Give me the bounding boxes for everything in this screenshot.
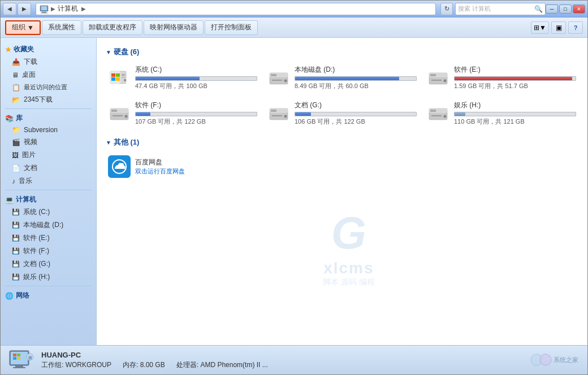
2345-icon: 📂 bbox=[12, 96, 20, 104]
sidebar-item-h[interactable]: 💾 娱乐 (H:) bbox=[1, 271, 96, 284]
sidebar-item-recent[interactable]: 📋 最近访问的位置 bbox=[1, 81, 96, 93]
breadcrumb-end-arrow: ▶ bbox=[81, 6, 86, 12]
sidebar-item-2345[interactable]: 📂 2345下载 bbox=[1, 93, 96, 106]
status-computer-name: HUANG-PC bbox=[41, 351, 268, 359]
baidu-cloud-icon bbox=[111, 159, 127, 175]
sidebar-item-desktop[interactable]: 🖥 桌面 bbox=[1, 68, 96, 81]
uninstall-button[interactable]: 卸载或更改程序 bbox=[83, 20, 142, 35]
svg-rect-22 bbox=[431, 80, 442, 81]
sidebar-item-music[interactable]: ♪ 音乐 bbox=[1, 175, 96, 188]
drive-e-icon bbox=[427, 68, 449, 88]
svg-rect-46 bbox=[13, 357, 16, 360]
system-props-label: 系统属性 bbox=[48, 23, 75, 32]
subversion-icon: 📁 bbox=[12, 126, 20, 134]
brand-svg: 系统之家 bbox=[530, 350, 581, 370]
status-processor: 处理器: AMD Phenom(tm) II ... bbox=[176, 360, 268, 370]
svg-point-36 bbox=[444, 115, 447, 117]
star-icon: ★ bbox=[5, 46, 11, 54]
drive-g-icon bbox=[267, 104, 290, 123]
sidebar-item-g[interactable]: 💾 文档 (G:) bbox=[1, 258, 96, 271]
organize-button[interactable]: 组织 ▼ bbox=[5, 20, 41, 35]
drive-g-info: 文档 (G:) 106 GB 可用，共 122 GB bbox=[295, 101, 417, 126]
help-button[interactable]: ? bbox=[568, 21, 583, 34]
drive-c-info: 系统 (C:) 47.4 GB 可用，共 100 GB bbox=[135, 65, 257, 90]
svg-rect-9 bbox=[116, 77, 120, 81]
drive-f-bar bbox=[136, 112, 150, 116]
subversion-label: Subversion bbox=[24, 126, 58, 134]
toolbar-right: ⊞▼ ▣ ? bbox=[531, 21, 583, 34]
sidebar-item-c[interactable]: 💾 系统 (C:) bbox=[1, 206, 96, 219]
drive-e-size: 1.59 GB 可用，共 51.7 GB bbox=[454, 82, 576, 90]
drive-e[interactable]: 软件 (E:) 1.59 GB 可用，共 51.7 GB bbox=[425, 63, 578, 93]
search-bar[interactable]: 搜索 计算机 🔍 bbox=[455, 3, 546, 15]
back-button[interactable]: ◀ bbox=[3, 3, 16, 15]
svg-point-31 bbox=[284, 115, 287, 117]
drive-d-size: 8.49 GB 可用，共 60.0 GB bbox=[295, 82, 417, 90]
baidu-pan-item[interactable]: 百度网盘 双击运行百度网盘 bbox=[106, 153, 219, 180]
svg-rect-37 bbox=[431, 115, 442, 116]
drive-h-icon bbox=[427, 104, 449, 123]
close-button[interactable]: ✕ bbox=[573, 5, 585, 14]
sidebar-item-pictures[interactable]: 🖼 图片 bbox=[1, 149, 96, 162]
breadcrumb-arrow: ▶ bbox=[51, 6, 55, 12]
svg-rect-15 bbox=[271, 74, 276, 76]
svg-rect-10 bbox=[122, 74, 125, 76]
drive-f[interactable]: 软件 (F:) 107 GB 可用，共 122 GB bbox=[106, 98, 260, 128]
drive-f-icon bbox=[108, 104, 131, 123]
drive-h-name: 娱乐 (H:) bbox=[454, 101, 576, 110]
sidebar-item-subversion[interactable]: 📁 Subversion bbox=[1, 124, 96, 136]
system-props-button[interactable]: 系统属性 bbox=[42, 20, 81, 35]
drive-c-size: 47.4 GB 可用，共 100 GB bbox=[135, 82, 257, 90]
maximize-button[interactable]: □ bbox=[559, 5, 572, 14]
other-title: 其他 (1) bbox=[114, 137, 140, 147]
control-panel-button[interactable]: 打开控制面板 bbox=[205, 20, 258, 35]
sidebar-favorites-title: ★ 收藏夹 bbox=[1, 42, 96, 55]
sidebar-item-d[interactable]: 💾 本地磁盘 (D:) bbox=[1, 219, 96, 232]
drive-h-size: 110 GB 可用，共 121 GB bbox=[454, 117, 576, 126]
svg-rect-27 bbox=[113, 115, 123, 116]
sidebar-item-video[interactable]: 🎬 视频 bbox=[1, 136, 96, 149]
organize-label: 组织 bbox=[12, 23, 25, 32]
drive-h[interactable]: 娱乐 (H:) 110 GB 可用，共 121 GB bbox=[425, 98, 578, 128]
sidebar-item-f[interactable]: 💾 软件 (F:) bbox=[1, 245, 96, 258]
watermark-g: G bbox=[323, 207, 375, 259]
drive-g[interactable]: 文档 (G:) 106 GB 可用，共 122 GB bbox=[265, 98, 419, 128]
sidebar-item-documents[interactable]: 📄 文档 bbox=[1, 162, 96, 175]
svg-rect-49 bbox=[13, 367, 25, 368]
preview-pane-button[interactable]: ▣ bbox=[551, 21, 566, 34]
forward-button[interactable]: ▶ bbox=[18, 3, 31, 15]
svg-rect-20 bbox=[430, 74, 436, 76]
svg-rect-6 bbox=[111, 73, 115, 77]
sidebar-divider-1 bbox=[5, 108, 92, 109]
map-drive-button[interactable]: 映射网络驱动器 bbox=[144, 20, 204, 35]
svg-rect-44 bbox=[13, 354, 16, 356]
status-info: HUANG-PC 工作组: WORKGROUP 内存: 8.00 GB 处理器:… bbox=[41, 351, 268, 370]
minimize-button[interactable]: ─ bbox=[546, 5, 558, 14]
other-section: ▼ 其他 (1) 百度网盘 bbox=[106, 137, 578, 180]
refresh-button[interactable]: ↻ bbox=[440, 3, 453, 15]
drive-f-name: 软件 (F:) bbox=[135, 101, 257, 110]
drive-g-name: 文档 (G:) bbox=[295, 101, 417, 110]
downloads-icon: 📥 bbox=[12, 58, 20, 66]
status-details: 工作组: WORKGROUP 内存: 8.00 GB 处理器: AMD Phen… bbox=[41, 360, 268, 370]
drive-d-bar bbox=[295, 77, 399, 80]
drives-grid: 系统 (C:) 47.4 GB 可用，共 100 GB bbox=[106, 63, 578, 128]
e-drive-icon: 💾 bbox=[12, 234, 20, 242]
svg-point-12 bbox=[124, 79, 126, 81]
sidebar-item-e[interactable]: 💾 软件 (E:) bbox=[1, 232, 96, 245]
sidebar-libraries-section: 📚 库 📁 Subversion 🎬 视频 🖼 图片 📄 文档 bbox=[1, 111, 96, 188]
sidebar-item-downloads[interactable]: 📥 下载 bbox=[1, 55, 96, 68]
drive-d[interactable]: 本地磁盘 (D:) 8.49 GB 可用，共 60.0 GB bbox=[265, 63, 419, 93]
computer-breadcrumb-icon bbox=[40, 5, 49, 14]
drive-c-bar-bg bbox=[135, 76, 257, 81]
breadcrumb-bar[interactable]: ▶ 计算机 ▶ bbox=[36, 3, 436, 15]
sidebar-computer-section: 💻 计算机 💾 系统 (C:) 💾 本地磁盘 (D:) 💾 软件 (E:) 💾 bbox=[1, 193, 96, 284]
c-drive-icon: 💾 bbox=[12, 208, 20, 216]
view-options-button[interactable]: ⊞▼ bbox=[531, 21, 549, 34]
h-drive-icon: 💾 bbox=[12, 273, 20, 281]
svg-point-40 bbox=[119, 170, 120, 172]
baidu-desc: 双击运行百度网盘 bbox=[135, 167, 185, 176]
drive-c[interactable]: 系统 (C:) 47.4 GB 可用，共 100 GB bbox=[106, 63, 260, 93]
svg-rect-17 bbox=[272, 80, 282, 81]
sidebar-computer-title: 💻 计算机 bbox=[1, 193, 96, 206]
